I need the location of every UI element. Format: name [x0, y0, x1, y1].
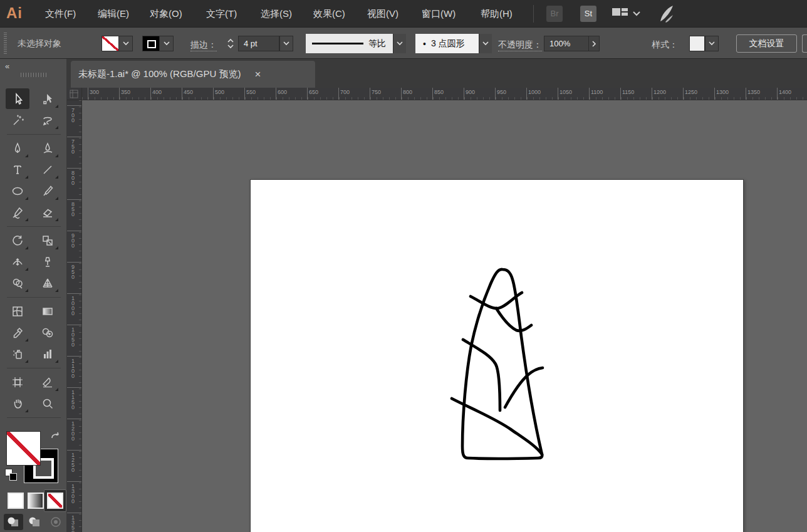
document-setup-button[interactable]: 文档设置: [736, 34, 797, 53]
width-tool[interactable]: [6, 251, 29, 272]
stroke-weight-input[interactable]: 4 pt: [238, 36, 279, 51]
document-tab[interactable]: 未标题-1.ai* @ 100% (RGB/GPU 预览) ×: [71, 61, 315, 88]
slice-tool[interactable]: [36, 372, 60, 392]
stroke-chevron-icon[interactable]: [159, 36, 173, 51]
style-swatch[interactable]: [689, 36, 705, 51]
workspace-chevron-icon[interactable]: [633, 11, 640, 16]
width-profile-chevron-icon[interactable]: [393, 34, 406, 53]
brush-dropdown[interactable]: • 3 点圆形: [415, 34, 479, 53]
fill-swatch-dropdown[interactable]: [102, 36, 133, 51]
workspace-switcher-icon[interactable]: [612, 8, 628, 21]
share-rocket-icon[interactable]: [658, 5, 674, 23]
control-bar-grip[interactable]: [4, 33, 7, 54]
stock-button[interactable]: St: [580, 6, 596, 22]
stroke-black-swatch[interactable]: [143, 36, 159, 51]
menu-type[interactable]: 文字(T): [206, 0, 237, 28]
symbol-sprayer-tool[interactable]: [6, 343, 29, 364]
menu-effect[interactable]: 效果(C): [313, 0, 345, 28]
draw-inside-button[interactable]: [46, 514, 65, 530]
width-icon: [11, 256, 24, 268]
stroke-weight-chevron-icon[interactable]: [279, 36, 293, 51]
lasso-tool[interactable]: [36, 110, 60, 130]
tab-close-icon[interactable]: ×: [254, 68, 261, 81]
none-swatch-icon: [47, 493, 63, 509]
fill-none-swatch[interactable]: [102, 36, 118, 51]
fill-indicator[interactable]: [6, 431, 41, 466]
control-bar: 未选择对象 描边： 4 pt 等比: [0, 28, 807, 59]
stroke-weight-stepper[interactable]: [226, 36, 236, 51]
style-chevron-icon[interactable]: [705, 36, 719, 51]
column-graph-icon: [41, 348, 54, 360]
paintbrush-icon: [41, 185, 54, 197]
horizontal-ruler[interactable]: 3003504004505005506006507007508008509009…: [82, 88, 807, 100]
vertical-ruler[interactable]: 7 0 07 5 08 0 08 5 09 0 09 5 01 0 0 01 0…: [67, 100, 82, 532]
gradient-icon: [41, 305, 54, 318]
blend-tool[interactable]: [36, 322, 60, 343]
scale-tool[interactable]: [36, 230, 60, 251]
eyedropper-tool[interactable]: [6, 322, 29, 343]
swap-fill-stroke-icon[interactable]: [50, 431, 61, 441]
menu-edit[interactable]: 编辑(E): [98, 0, 129, 28]
opacity-input[interactable]: 100%: [544, 36, 589, 51]
artboard-tool[interactable]: [6, 372, 29, 392]
menu-window[interactable]: 窗口(W): [422, 0, 456, 28]
bamboo-shoot-drawing[interactable]: [82, 100, 807, 532]
menu-help[interactable]: 帮助(H): [481, 0, 513, 28]
line-segment-icon: [41, 164, 54, 176]
tools-panel: «: [0, 59, 67, 532]
stroke-panel-link[interactable]: 描边：: [190, 39, 217, 51]
perspective-grid-icon: [41, 277, 54, 289]
menu-object[interactable]: 对象(O): [150, 0, 182, 28]
width-profile-dropdown[interactable]: 等比: [306, 34, 393, 53]
gradient-button[interactable]: [28, 493, 44, 509]
scale-icon: [41, 234, 54, 247]
direct-selection-tool[interactable]: [36, 88, 60, 109]
menu-file[interactable]: 文件(F): [45, 0, 76, 28]
zoom-icon: [41, 397, 54, 410]
none-button-active[interactable]: [44, 489, 66, 512]
perspective-grid-tool[interactable]: [36, 273, 60, 293]
canvas[interactable]: [82, 100, 807, 532]
type-tool[interactable]: [6, 159, 29, 180]
draw-normal-button[interactable]: [4, 514, 23, 530]
fill-chevron-icon[interactable]: [118, 36, 132, 51]
rotate-tool[interactable]: [6, 230, 29, 251]
menu-select[interactable]: 选择(S): [261, 0, 292, 28]
menu-view[interactable]: 视图(V): [367, 0, 398, 28]
panel-collapse-button[interactable]: «: [5, 61, 9, 71]
curvature-tool[interactable]: [36, 138, 60, 159]
type-icon: [11, 164, 24, 176]
ellipse-tool[interactable]: [6, 180, 29, 201]
shape-builder-tool[interactable]: [6, 273, 29, 293]
puppet-warp-tool[interactable]: [36, 251, 60, 272]
zoom-tool[interactable]: [36, 393, 60, 414]
gradient-tool[interactable]: [36, 301, 60, 321]
draw-behind-button[interactable]: [25, 514, 44, 530]
opacity-arrow-icon[interactable]: [589, 36, 600, 51]
stroke-swatch-dropdown[interactable]: [142, 36, 174, 51]
selection-tool[interactable]: [6, 88, 29, 109]
hand-icon: [11, 397, 24, 410]
default-fill-stroke-icon[interactable]: [5, 469, 19, 481]
preferences-button-partial[interactable]: [802, 34, 807, 53]
shape-builder-icon: [11, 277, 24, 289]
menu-separator: [533, 5, 534, 23]
ruler-corner[interactable]: [67, 88, 82, 100]
pen-tool[interactable]: [6, 138, 29, 159]
column-graph-tool[interactable]: [36, 343, 60, 364]
opacity-panel-link[interactable]: 不透明度：: [498, 39, 542, 51]
brush-chevron-icon[interactable]: [479, 34, 492, 53]
draw-mode-buttons: [4, 514, 65, 531]
color-button[interactable]: [8, 493, 24, 509]
shaper-tool[interactable]: [6, 202, 29, 222]
panel-drag-grip[interactable]: [21, 73, 47, 77]
paintbrush-tool[interactable]: [36, 180, 60, 201]
width-profile-label: 等比: [368, 38, 386, 50]
magic-wand-tool[interactable]: [6, 110, 29, 130]
line-segment-tool[interactable]: [36, 159, 60, 180]
illustrator-window: Ai 文件(F) 编辑(E) 对象(O) 文字(T) 选择(S) 效果(C) 视…: [0, 0, 807, 532]
eraser-tool[interactable]: [36, 202, 60, 222]
bridge-button[interactable]: Br: [546, 6, 563, 22]
hand-tool[interactable]: [6, 393, 29, 414]
mesh-tool[interactable]: [6, 301, 29, 321]
